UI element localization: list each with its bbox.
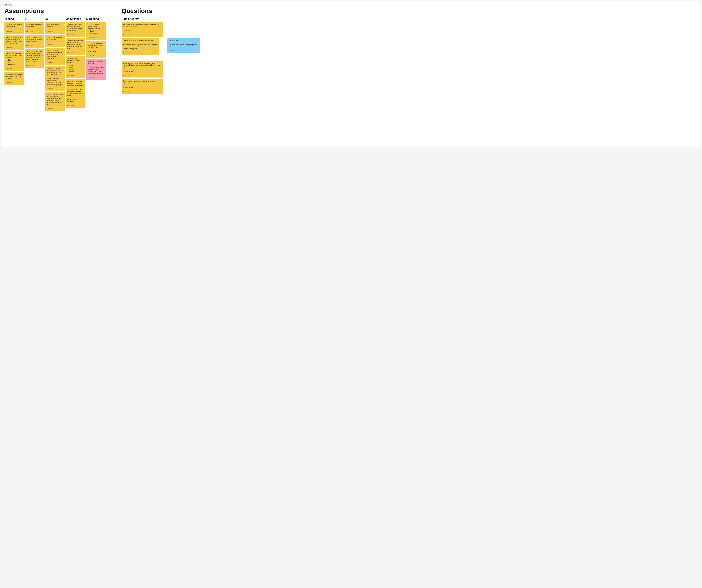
list-item: How much do we need to hold in our recor… [122, 38, 159, 55]
list-item: They always need to go through the dashb… [25, 49, 44, 68]
connector-group [160, 38, 166, 47]
columns-header: Tooling LE IA Compliance Marketing [4, 17, 114, 21]
assumptions-title: Assumptions [4, 7, 114, 14]
list-item: The tool is able to handle our own marke… [86, 22, 106, 40]
list-item: It will fit into the IAs workflow Chris … [45, 22, 65, 34]
list-item: Shouldn't get confused about what they s… [25, 35, 44, 48]
main-layout: Assumptions Tooling LE IA Compliance Mar… [4, 7, 698, 111]
col-header-marketing: Marketing [86, 17, 106, 21]
list-item: Logging into the tool will be seamless C… [25, 22, 44, 34]
col-header-ia: IA [45, 17, 65, 21]
col-header-tooling: Tooling [4, 17, 24, 21]
col-header-le: LE [25, 17, 44, 21]
list-item: Multi users from the LEs end able to acc… [4, 72, 24, 85]
list-item: Using the tool is going to be frictionle… [4, 22, 24, 34]
questions-title: Questions [122, 7, 698, 14]
questions-section: Questions Data integrity Are we happy wi… [117, 7, 698, 111]
col-header-compliance: Compliance [66, 17, 85, 21]
ia-column: It will fit into the IAs workflow Chris … [45, 22, 65, 111]
page-container: Section 19 Assumptions Tooling LE IA Com… [1, 1, 701, 147]
arrow-indicator: ↓ [122, 56, 163, 59]
list-item: The tool is able to do a historical sear… [66, 22, 85, 37]
list-item: The tool is able to integrate and inform… [45, 48, 65, 65]
le-column: Logging into the tool will be seamless C… [25, 22, 44, 68]
list-item: The tool will be able to import info str… [4, 35, 24, 50]
section-badge: Section 19 [3, 3, 13, 6]
marketing-column: The tool is able to handle our own marke… [86, 22, 106, 80]
connector-line [160, 47, 166, 47]
data-integrity-heading: Data integrity [122, 17, 698, 21]
questions-cards: Are we happy with the data residing in a… [122, 22, 698, 94]
list-item: Being able to compare two versions side … [66, 79, 85, 108]
list-item: Statements in different language.Likely … [86, 59, 106, 80]
tooling-column: Using the tool is going to be frictionle… [4, 22, 24, 85]
list-item: Would we need a export of the history of… [122, 61, 163, 78]
list-item: The tool is able to handle the following… [66, 56, 85, 78]
list-item: C / Simon chatOnly care about the thing … [167, 38, 200, 53]
list-item: The tool can generate a report based on … [66, 38, 85, 55]
list-item: Are we happy with the data residing in a… [122, 22, 163, 37]
list-item: The tool is able to send info to our pla… [4, 51, 24, 71]
list-item: The tool will be straight forward to use… [45, 35, 65, 47]
q-card-row: How much do we need to hold in our recor… [122, 38, 698, 55]
list-item: The tool can send the approved item to a… [86, 41, 106, 58]
list-item: There will be links in admin that I can … [45, 66, 65, 91]
compliance-column: The tool is able to do a historical sear… [66, 22, 85, 108]
list-item: Do we just care about when something has… [122, 79, 163, 94]
cards-grid: Using the tool is going to be frictionle… [4, 22, 114, 111]
assumptions-section: Assumptions Tooling LE IA Compliance Mar… [4, 7, 117, 111]
list-item: The tool will have a view that is only f… [45, 92, 65, 111]
